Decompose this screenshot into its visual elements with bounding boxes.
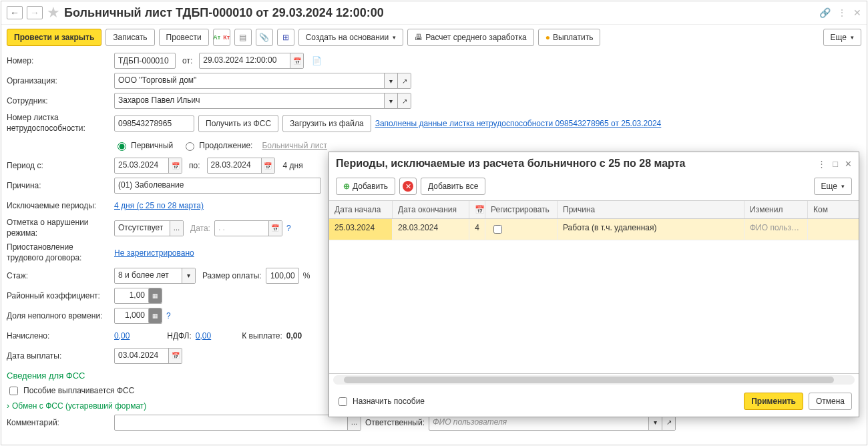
calendar-icon[interactable]: 📅 (168, 349, 182, 363)
more-button[interactable]: Еще (823, 29, 861, 46)
date-field[interactable]: 29.03.2024 12:00:00 📅 (199, 53, 304, 69)
to-pay-value: 0,00 (286, 331, 302, 341)
forward-button[interactable]: → (27, 6, 43, 19)
cell-reason[interactable]: Работа (в т.ч. удаленная) (558, 219, 744, 240)
accrued-label: Начислено: (7, 331, 110, 341)
number-field[interactable]: ТДБП-000010 (114, 53, 176, 69)
dropdown-icon[interactable]: ▾ (384, 73, 397, 88)
date-label: Дата: (190, 224, 210, 233)
continuation-radio[interactable]: Продолжение: (182, 140, 252, 151)
periods-table: Дата начала Дата окончания 📅 Регистриров… (329, 200, 859, 374)
not-registered-link[interactable]: Не зарегистрировано (114, 248, 194, 258)
calendar-icon[interactable]: 📅 (290, 53, 303, 68)
modal-more-button[interactable]: Еще (814, 178, 852, 195)
employee-field[interactable]: Захаров Павел Ильич ▾ ↗ (114, 93, 411, 109)
dropdown-icon[interactable]: ▾ (384, 93, 397, 108)
seniority-field[interactable]: 8 и более лет ▾ (114, 268, 196, 284)
avg-calc-button[interactable]: 🖶Расчет среднего заработка (407, 29, 534, 46)
calculator-icon[interactable]: ▦ (148, 308, 162, 323)
ellipsis-icon[interactable]: … (170, 221, 183, 236)
maximize-icon[interactable]: □ (833, 159, 838, 169)
pay-rate-field[interactable]: 100,00 (266, 268, 299, 284)
pay-button[interactable]: ●Выплатить (538, 29, 601, 46)
register-checkbox[interactable] (493, 225, 502, 234)
post-close-button[interactable]: Провести и закрыть (7, 29, 101, 46)
back-button[interactable]: ← (7, 6, 23, 19)
ndfl-link[interactable]: 0,00 (196, 331, 211, 341)
cell-comment[interactable] (808, 219, 859, 240)
close-icon[interactable]: ✕ (845, 159, 852, 169)
cancel-button[interactable]: Отмена (809, 393, 852, 410)
cell-days[interactable]: 4 (469, 219, 485, 240)
open-icon[interactable]: ↗ (397, 73, 411, 88)
favorite-star-icon[interactable]: ★ (47, 4, 60, 21)
cell-changed[interactable]: ФИО польз… (744, 219, 808, 240)
delete-button[interactable]: ✕ (399, 178, 417, 195)
comment-label: Комментарий: (7, 418, 110, 427)
open-icon[interactable]: ↗ (397, 93, 411, 108)
calendar-icon[interactable]: 📅 (168, 158, 182, 173)
period-from-field[interactable]: 25.03.2024 📅 (114, 158, 182, 174)
cell-register[interactable] (485, 219, 558, 240)
chevron-right-icon: › (7, 401, 9, 411)
cert-number-label: Номер листка нетрудоспособности: (7, 113, 110, 134)
suspension-label: Приостановление трудового договора: (7, 242, 110, 263)
calendar-icon[interactable]: 📅 (261, 158, 274, 173)
help-icon[interactable]: ? (166, 311, 171, 320)
link-icon[interactable]: 🔗 (819, 7, 831, 18)
reason-label: Причина: (7, 181, 110, 190)
calendar-icon[interactable]: 📅 (268, 221, 282, 236)
horizontal-scrollbar[interactable] (333, 375, 855, 385)
dropdown-icon[interactable]: ▾ (182, 268, 195, 283)
save-button[interactable]: Записать (105, 29, 154, 46)
new-doc-icon[interactable]: 📄 (312, 56, 322, 65)
add-all-button[interactable]: Добавить все (421, 178, 485, 195)
add-button[interactable]: ⊕Добавить (336, 178, 395, 195)
assign-benefit-checkbox[interactable]: Назначить пособие (336, 395, 425, 408)
comment-field[interactable]: … (114, 415, 361, 431)
apply-button[interactable]: Применить (744, 393, 803, 410)
structure-icon[interactable]: ⊞ (277, 29, 294, 46)
violation-field[interactable]: Отсутствует … (114, 220, 184, 236)
col-comment[interactable]: Ком (808, 201, 859, 218)
number-label: Номер: (7, 56, 110, 65)
excluded-periods-modal: Периоды, исключаемые из расчета больничн… (329, 152, 859, 417)
kebab-icon[interactable]: ⋮ (837, 7, 847, 18)
district-field[interactable]: 1,00 ▦ (114, 288, 162, 304)
kebab-icon[interactable]: ⋮ (817, 159, 826, 169)
cert-number-field[interactable]: 098543278965 (114, 116, 194, 132)
dtkt-icon[interactable]: АтКт (213, 29, 230, 46)
calculator-icon[interactable]: ▦ (148, 288, 162, 303)
parttime-field[interactable]: 1,000 ▦ (114, 308, 162, 324)
reason-field[interactable]: (01) Заболевание (114, 178, 321, 194)
report-icon[interactable]: ▤ (234, 29, 252, 46)
primary-radio[interactable]: Первичный (114, 140, 173, 151)
attach-icon[interactable]: 📎 (256, 29, 273, 46)
post-button[interactable]: Провести (159, 29, 209, 46)
cell-start[interactable]: 25.03.2024 (329, 219, 393, 240)
help-icon[interactable]: ? (286, 224, 291, 233)
col-start[interactable]: Дата начала (329, 201, 393, 218)
delete-icon: ✕ (403, 181, 413, 192)
period-to-field[interactable]: 28.03.2024 📅 (207, 158, 275, 174)
col-end[interactable]: Дата окончания (393, 201, 469, 218)
col-changed[interactable]: Изменил (744, 201, 808, 218)
seniority-label: Стаж: (7, 271, 110, 280)
create-based-button[interactable]: Создать на основании (298, 29, 404, 46)
col-days-icon[interactable]: 📅 (469, 201, 485, 218)
org-field[interactable]: ООО "Торговый дом" ▾ ↗ (114, 73, 411, 89)
pay-date-field[interactable]: 03.04.2024 📅 (114, 348, 182, 364)
get-fss-button[interactable]: Получить из ФСС (198, 115, 278, 132)
accrued-link[interactable]: 0,00 (114, 331, 130, 341)
close-window-icon[interactable]: ✕ (853, 7, 861, 18)
excl-periods-link[interactable]: 4 дня (с 25 по 28 марта) (114, 201, 204, 210)
load-file-button[interactable]: Загрузить из файла (282, 115, 371, 132)
period-to-label: по: (189, 161, 200, 170)
cert-data-link[interactable]: Заполнены данные листка нетрудоспособнос… (375, 119, 662, 128)
violation-date-field[interactable]: . . 📅 (214, 220, 282, 236)
cell-end[interactable]: 28.03.2024 (393, 219, 469, 240)
table-row[interactable]: 25.03.2024 28.03.2024 4 Работа (в т.ч. у… (329, 219, 859, 240)
pay-rate-label: Размер оплаты: (202, 271, 262, 280)
col-register[interactable]: Регистрировать (485, 201, 558, 218)
col-reason[interactable]: Причина (558, 201, 744, 218)
